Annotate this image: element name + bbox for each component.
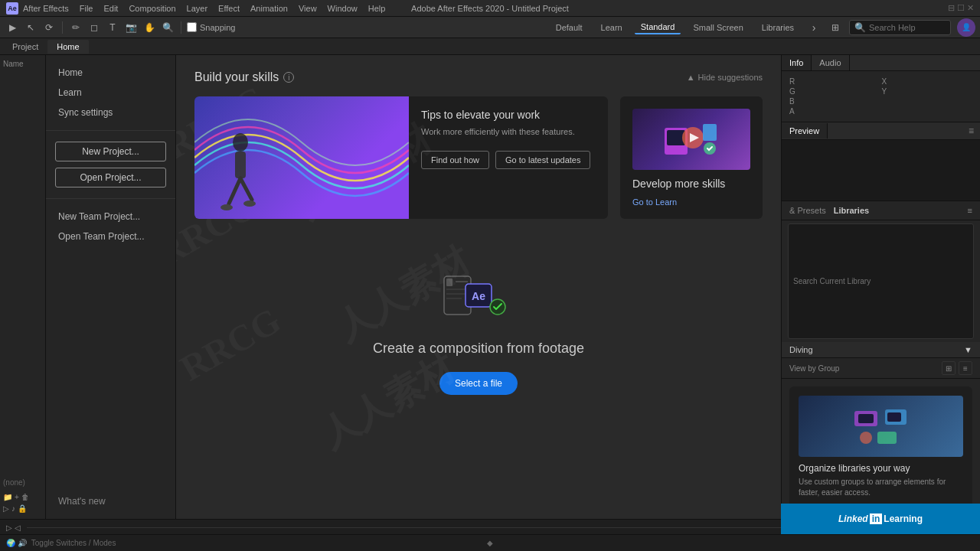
preview-area xyxy=(782,140,980,201)
hide-suggestions-btn[interactable]: ▲ Hide suggestions xyxy=(687,73,763,82)
svg-rect-22 xyxy=(858,414,874,423)
svg-point-0 xyxy=(233,133,248,152)
bottom-bar: 🌍 🔊 Toggle Switches / Modes ◆ xyxy=(0,534,980,551)
project-audio-icon[interactable]: ♪ xyxy=(11,504,15,513)
grid-view-btn[interactable]: ⊞ xyxy=(942,361,956,375)
project-panel-title: Name xyxy=(3,58,42,70)
panel-settings[interactable]: ⊞ xyxy=(828,20,843,35)
workspace-more[interactable]: › xyxy=(806,20,822,35)
nav-team-new[interactable]: New Team Project... xyxy=(46,207,175,227)
libraries-title[interactable]: Libraries xyxy=(834,206,869,215)
find-out-how-btn[interactable]: Find out how xyxy=(421,151,489,169)
bottom-center: ◆ xyxy=(487,539,493,547)
libraries-menu-btn[interactable]: ≡ xyxy=(968,206,972,215)
library-card-desc: Use custom groups to arrange elements fo… xyxy=(799,477,963,498)
nav-team-open[interactable]: Open Team Project... xyxy=(46,227,175,246)
tab-preview[interactable]: Preview xyxy=(782,123,828,139)
preview-menu-btn[interactable]: ≡ xyxy=(962,122,980,139)
tab-home[interactable]: Home xyxy=(47,40,88,54)
nav-home[interactable]: Home xyxy=(46,63,175,83)
g-label: G xyxy=(789,87,880,96)
tool-shape[interactable]: ◻ xyxy=(87,20,102,35)
tool-arrow[interactable]: ↖ xyxy=(23,20,38,35)
library-dropdown[interactable]: Diving ▼ xyxy=(782,342,980,358)
section-header: Build your skills i ▲ Hide suggestions xyxy=(194,70,763,84)
info-section: R X G Y B A xyxy=(782,71,980,122)
svg-line-3 xyxy=(240,178,252,200)
go-to-learn-link[interactable]: Go to Learn xyxy=(632,197,750,207)
tool-text[interactable]: T xyxy=(105,20,120,35)
workspace-small-screen[interactable]: Small Screen xyxy=(687,21,749,34)
svg-rect-24 xyxy=(887,412,901,422)
new-project-btn[interactable]: New Project... xyxy=(55,142,166,161)
menu-animation[interactable]: Animation xyxy=(250,4,288,13)
menu-view[interactable]: View xyxy=(299,4,317,13)
comp-title: Create a composition from footage xyxy=(373,341,584,357)
menu-help[interactable]: Help xyxy=(368,4,386,13)
snapping-checkbox[interactable] xyxy=(187,22,197,32)
menu-file[interactable]: File xyxy=(80,4,93,13)
y-label: Y xyxy=(882,87,973,96)
skills-card: Develop more skills Go to Learn xyxy=(620,96,763,219)
tip-card-image xyxy=(194,96,409,219)
tool-camera[interactable]: 📷 xyxy=(123,20,139,35)
toolbar-right: Default Learn Standard Small Screen Libr… xyxy=(550,18,975,37)
workspace-libraries[interactable]: Libraries xyxy=(756,21,800,34)
project-delete-icon[interactable]: 🗑 xyxy=(21,493,29,501)
title-bar-right: ⊟ ☐ ✕ xyxy=(948,3,974,13)
latest-updates-btn[interactable]: Go to latest updates xyxy=(495,151,590,169)
left-nav: Home Learn Sync settings New Project... … xyxy=(46,55,176,519)
workspace-learn[interactable]: Learn xyxy=(595,21,629,34)
project-panel-none: (none) xyxy=(3,478,42,487)
nav-separator-1 xyxy=(46,130,175,131)
tab-project[interactable]: Project xyxy=(3,40,47,54)
tool-hand[interactable]: ✋ xyxy=(142,20,157,35)
menu-window[interactable]: Window xyxy=(328,4,358,13)
nav-learn[interactable]: Learn xyxy=(46,83,175,103)
tab-info[interactable]: Info xyxy=(782,55,812,70)
linked-learning-banner[interactable]: Linked in Learning xyxy=(781,504,980,534)
playhead-icon: ◆ xyxy=(487,539,493,547)
bottom-icons: 🌍 🔊 xyxy=(6,539,27,547)
project-render-icon[interactable]: ▷ xyxy=(3,504,9,513)
project-folder-icon[interactable]: 📁 xyxy=(3,493,12,501)
search-icon: 🔍 xyxy=(854,22,866,33)
tool-rotate[interactable]: ⟳ xyxy=(41,20,57,35)
open-project-btn[interactable]: Open Project... xyxy=(55,168,166,187)
toolbar: ▶ ↖ ⟳ ✏ ◻ T 📷 ✋ 🔍 Snapping Default Learn… xyxy=(0,17,980,38)
menu-composition[interactable]: Composition xyxy=(129,4,175,13)
presets-label[interactable]: & Presets xyxy=(789,206,826,215)
tool-select[interactable]: ▶ xyxy=(5,20,20,35)
library-search-input[interactable] xyxy=(788,223,974,339)
title-bar-left: Ae After Effects File Edit Composition L… xyxy=(6,2,385,15)
toolbar-separator-2 xyxy=(181,21,181,34)
nav-whats-new[interactable]: What's new xyxy=(46,491,175,511)
svg-rect-26 xyxy=(877,432,897,444)
list-view-btn[interactable]: ≡ xyxy=(959,361,972,375)
b-val xyxy=(882,97,973,106)
info-icon[interactable]: i xyxy=(283,72,294,83)
search-input[interactable] xyxy=(869,23,946,32)
tip-card: Tips to elevate your work Work more effi… xyxy=(194,96,608,219)
user-avatar[interactable]: 👤 xyxy=(957,18,975,37)
a-label: A xyxy=(789,107,880,116)
hide-suggestions-chevron: ▲ xyxy=(687,73,695,82)
select-file-btn[interactable]: Select a file xyxy=(439,372,518,395)
workspace-default[interactable]: Default xyxy=(550,21,589,34)
tip-card-content: Tips to elevate your work Work more effi… xyxy=(409,96,608,219)
project-add-icon[interactable]: + xyxy=(15,493,19,501)
menu-layer[interactable]: Layer xyxy=(187,4,208,13)
project-lock-icon[interactable]: 🔒 xyxy=(18,504,27,513)
tool-zoom[interactable]: 🔍 xyxy=(160,20,175,35)
toolbar-separator-1 xyxy=(62,21,63,34)
workspace-standard[interactable]: Standard xyxy=(635,21,681,34)
app-name: After Effects xyxy=(23,4,69,13)
tool-pen[interactable]: ✏ xyxy=(68,20,83,35)
nav-sync[interactable]: Sync settings xyxy=(46,103,175,122)
menu-effect[interactable]: Effect xyxy=(218,4,240,13)
skills-card-image xyxy=(632,109,750,170)
menu-edit[interactable]: Edit xyxy=(103,4,118,13)
linkedin-logo: Linked xyxy=(838,514,868,524)
tip-card-title: Tips to elevate your work xyxy=(421,109,596,121)
tab-audio[interactable]: Audio xyxy=(812,55,849,70)
